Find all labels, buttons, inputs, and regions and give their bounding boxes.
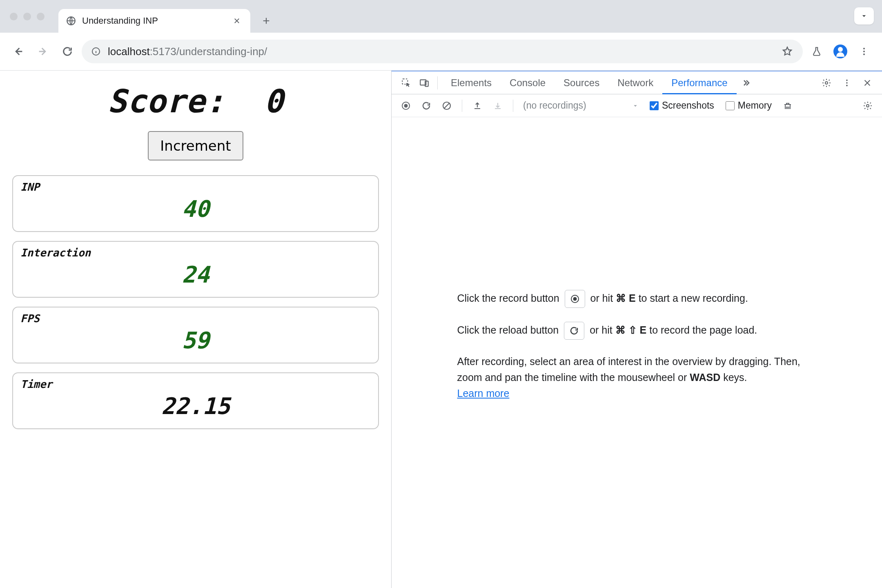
tab-close-icon[interactable] bbox=[231, 17, 243, 24]
memory-checkbox[interactable]: Memory bbox=[722, 100, 776, 111]
browser-tab-strip: Understanding INP bbox=[0, 0, 882, 33]
traffic-light-close[interactable] bbox=[10, 13, 18, 20]
url-host: localhost bbox=[108, 45, 150, 58]
reload-icon bbox=[564, 322, 584, 340]
globe-icon bbox=[66, 16, 76, 26]
svg-point-13 bbox=[404, 104, 408, 107]
performance-empty-state: Click the record button or hit ⌘ E to st… bbox=[392, 117, 882, 588]
card-interaction-value: 24 bbox=[20, 261, 371, 288]
back-button[interactable] bbox=[8, 41, 29, 62]
url-path: :5173/understanding-inp/ bbox=[150, 45, 267, 58]
devtools-panel: Elements Console Sources Network Perform… bbox=[391, 71, 882, 588]
learn-more-link[interactable]: Learn more bbox=[457, 388, 510, 399]
window-controls bbox=[0, 0, 54, 33]
url-text: localhost:5173/understanding-inp/ bbox=[108, 45, 771, 58]
capture-settings-icon[interactable] bbox=[859, 97, 876, 114]
card-timer-label: Timer bbox=[20, 378, 371, 390]
card-interaction: Interaction 24 bbox=[12, 241, 379, 298]
browser-tab-active[interactable]: Understanding INP bbox=[58, 9, 250, 33]
svg-point-15 bbox=[866, 105, 869, 107]
help-line-3: After recording, select an area of inter… bbox=[457, 354, 817, 401]
tab-elements[interactable]: Elements bbox=[442, 71, 501, 94]
devtools-tabstrip: Elements Console Sources Network Perform… bbox=[392, 71, 882, 94]
svg-point-3 bbox=[863, 51, 865, 52]
help-line-1: Click the record button or hit ⌘ E to st… bbox=[457, 290, 817, 308]
shortcut-reload: ⌘ ⇧ E bbox=[615, 324, 647, 336]
forward-button[interactable] bbox=[33, 41, 53, 62]
card-timer-value: 22.15 bbox=[20, 393, 371, 419]
tab-network[interactable]: Network bbox=[608, 71, 662, 94]
collect-garbage-icon[interactable] bbox=[779, 97, 796, 114]
card-fps: FPS 59 bbox=[12, 307, 379, 363]
svg-point-2 bbox=[863, 48, 865, 49]
recordings-select[interactable]: (no recordings) bbox=[520, 100, 642, 111]
devtools-close-icon[interactable] bbox=[858, 74, 876, 92]
svg-point-4 bbox=[863, 53, 865, 55]
traffic-light-zoom[interactable] bbox=[37, 13, 45, 20]
wasd-text: WASD bbox=[690, 372, 720, 383]
performance-toolbar: (no recordings) Screenshots Memory bbox=[392, 94, 882, 117]
card-timer: Timer 22.15 bbox=[12, 372, 379, 429]
screenshots-label: Screenshots bbox=[662, 100, 714, 111]
profile-avatar[interactable] bbox=[831, 42, 850, 61]
card-fps-value: 59 bbox=[20, 327, 371, 354]
inspect-icon[interactable] bbox=[397, 74, 415, 92]
svg-point-11 bbox=[846, 85, 848, 86]
download-button[interactable] bbox=[489, 97, 506, 114]
reload-record-button[interactable] bbox=[418, 97, 435, 114]
devtools-menu-icon[interactable] bbox=[838, 74, 856, 92]
record-icon bbox=[565, 290, 585, 308]
screenshots-checkbox-input[interactable] bbox=[650, 101, 659, 110]
increment-button[interactable]: Increment bbox=[148, 131, 243, 160]
tab-console[interactable]: Console bbox=[501, 71, 555, 94]
chrome-menu-icon[interactable] bbox=[854, 42, 874, 61]
score-value: 0 bbox=[264, 83, 284, 120]
svg-point-9 bbox=[846, 79, 848, 81]
content-area: Score: 0 Increment INP 40 Interaction 24… bbox=[0, 71, 882, 588]
labs-icon[interactable] bbox=[807, 42, 826, 61]
card-interaction-label: Interaction bbox=[20, 247, 371, 259]
memory-checkbox-input[interactable] bbox=[726, 101, 735, 110]
page-content: Score: 0 Increment INP 40 Interaction 24… bbox=[0, 71, 391, 588]
card-inp-value: 40 bbox=[20, 196, 371, 222]
svg-point-17 bbox=[573, 297, 577, 301]
tab-performance[interactable]: Performance bbox=[662, 71, 736, 94]
screenshots-checkbox[interactable]: Screenshots bbox=[646, 100, 718, 111]
record-button[interactable] bbox=[397, 97, 414, 114]
card-inp: INP 40 bbox=[12, 175, 379, 232]
tab-search-button[interactable] bbox=[854, 7, 874, 24]
score-heading: Score: 0 bbox=[12, 83, 379, 120]
upload-button[interactable] bbox=[469, 97, 486, 114]
devtools-settings-icon[interactable] bbox=[817, 74, 835, 92]
device-toggle-icon[interactable] bbox=[415, 74, 433, 92]
traffic-light-minimize[interactable] bbox=[23, 13, 31, 20]
clear-button[interactable] bbox=[438, 97, 455, 114]
memory-label: Memory bbox=[738, 100, 772, 111]
new-tab-button[interactable] bbox=[256, 11, 276, 31]
site-info-icon[interactable] bbox=[91, 46, 101, 57]
address-bar[interactable]: localhost:5173/understanding-inp/ bbox=[82, 40, 803, 63]
help-line-2: Click the reload button or hit ⌘ ⇧ E to … bbox=[457, 322, 817, 340]
tab-title: Understanding INP bbox=[82, 16, 225, 26]
reload-button[interactable] bbox=[57, 41, 78, 62]
svg-point-10 bbox=[846, 82, 848, 84]
browser-toolbar: localhost:5173/understanding-inp/ bbox=[0, 33, 882, 71]
bookmark-icon[interactable] bbox=[777, 46, 797, 57]
more-tabs-icon[interactable] bbox=[737, 74, 755, 92]
tab-sources[interactable]: Sources bbox=[555, 71, 608, 94]
card-inp-label: INP bbox=[20, 181, 371, 193]
svg-point-8 bbox=[825, 82, 828, 84]
recordings-placeholder: (no recordings) bbox=[523, 100, 586, 111]
shortcut-record: ⌘ E bbox=[616, 292, 636, 304]
score-label: Score: bbox=[107, 83, 225, 120]
card-fps-label: FPS bbox=[20, 312, 371, 325]
